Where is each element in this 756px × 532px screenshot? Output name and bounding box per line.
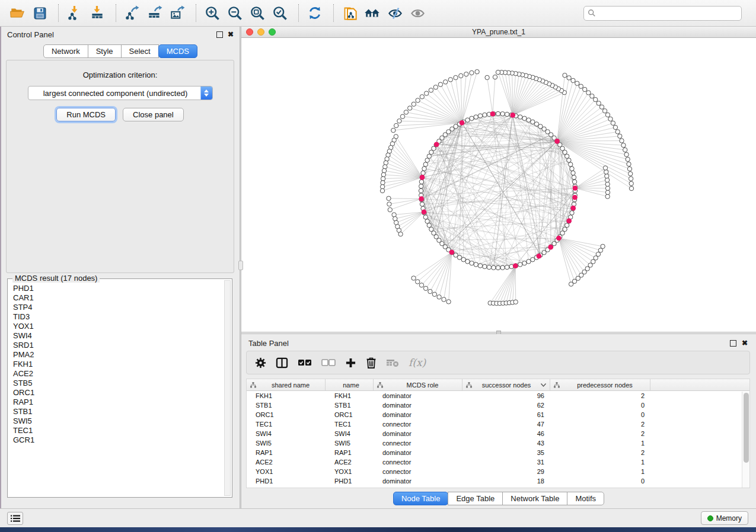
table-scrollbar[interactable] (742, 392, 749, 488)
mcds-result-item[interactable]: ACE2 (13, 369, 224, 379)
table-cell[interactable]: 46 (462, 430, 550, 437)
table-cell[interactable]: 2 (550, 430, 650, 437)
table-cell[interactable]: dominator (374, 411, 462, 418)
tab-mcds[interactable]: MCDS (158, 44, 197, 58)
network-canvas[interactable] (241, 38, 756, 332)
table-cell[interactable]: 96 (462, 392, 550, 399)
import-network-button[interactable] (65, 3, 85, 23)
mcds-result-item[interactable]: SWI5 (13, 416, 224, 426)
table-row[interactable]: TEC1TEC1connector472 (247, 419, 749, 429)
export-table-button[interactable] (145, 3, 165, 23)
mcds-result-scrollbar[interactable] (224, 280, 231, 496)
toggle-columns-button[interactable] (276, 357, 288, 368)
network-overview-button[interactable] (362, 3, 382, 23)
table-cell[interactable]: SWI5 (326, 440, 374, 447)
mcds-result-item[interactable]: PMA2 (13, 350, 224, 360)
table-cell[interactable]: SWI4 (247, 430, 326, 437)
mcds-result-item[interactable]: FKH1 (13, 360, 224, 369)
table-cell[interactable]: TEC1 (326, 421, 374, 428)
table-row[interactable]: ACE2ACE2connector311 (247, 457, 749, 467)
optimization-criterion-dropdown[interactable]: largest connected component (undirected) (28, 86, 213, 100)
add-column-button[interactable] (345, 357, 356, 368)
table-cell[interactable]: 2 (550, 392, 650, 399)
table-cell[interactable]: STB1 (247, 402, 326, 409)
table-cell[interactable]: 62 (462, 402, 550, 409)
table-cell[interactable]: FKH1 (247, 392, 326, 399)
column-header-predecessor-nodes[interactable]: predecessor nodes (550, 379, 650, 390)
float-panel-icon[interactable] (216, 31, 223, 38)
settings-gear-button[interactable] (255, 357, 266, 368)
table-cell[interactable]: 47 (462, 421, 550, 428)
table-cell[interactable]: connector (374, 459, 462, 466)
table-cell[interactable]: 0 (550, 411, 650, 418)
search-input[interactable] (596, 9, 738, 17)
table-cell[interactable]: dominator (374, 449, 462, 456)
table-cell[interactable]: 1 (550, 468, 650, 475)
table-cell[interactable]: 35 (462, 449, 550, 456)
tab-node-table[interactable]: Node Table (393, 492, 449, 505)
close-panel-icon[interactable]: ✖ (228, 31, 234, 38)
zoom-in-button[interactable] (202, 3, 222, 23)
hide-visual-mapping-button[interactable] (385, 3, 405, 23)
task-history-button[interactable] (7, 512, 23, 525)
delete-column-button[interactable] (366, 357, 377, 368)
table-cell[interactable]: PHD1 (247, 477, 326, 485)
column-header-name[interactable]: name (326, 379, 374, 390)
tab-network-table[interactable]: Network Table (502, 492, 567, 505)
tab-style[interactable]: Style (88, 44, 122, 58)
export-image-button[interactable] (167, 3, 187, 23)
table-cell[interactable]: 1 (550, 459, 650, 466)
mcds-result-item[interactable]: TEC1 (13, 426, 224, 435)
table-cell[interactable]: 1 (550, 440, 650, 447)
table-cell[interactable]: PHD1 (326, 477, 374, 485)
select-all-button[interactable] (298, 358, 312, 367)
table-cell[interactable]: connector (374, 421, 462, 428)
run-mcds-button[interactable]: Run MCDS (56, 108, 116, 121)
search-field[interactable] (583, 6, 742, 21)
zoom-fit-button[interactable] (247, 3, 267, 23)
table-row[interactable]: FKH1FKH1dominator962 (247, 391, 749, 400)
float-panel-icon[interactable] (730, 340, 736, 347)
mcds-result-item[interactable]: STP4 (13, 303, 224, 312)
deselect-all-button[interactable] (321, 358, 336, 367)
tab-network[interactable]: Network (43, 44, 88, 58)
table-cell[interactable]: 0 (550, 477, 650, 485)
tab-edge-table[interactable]: Edge Table (448, 492, 503, 505)
table-cell[interactable]: 61 (462, 411, 550, 418)
table-row[interactable]: YOX1YOX1connector291 (247, 467, 749, 476)
table-cell[interactable]: ORC1 (247, 411, 326, 418)
table-cell[interactable]: YOX1 (247, 468, 326, 475)
export-network-document-button[interactable] (340, 3, 360, 23)
table-cell[interactable]: dominator (374, 477, 462, 485)
mcds-result-item[interactable]: SWI4 (13, 331, 224, 341)
zoom-selected-button[interactable] (270, 3, 290, 23)
table-cell[interactable]: 18 (462, 477, 550, 485)
table-cell[interactable]: SWI4 (326, 430, 374, 437)
table-cell[interactable]: dominator (374, 392, 462, 399)
column-header-mcds-role[interactable]: MCDS role (374, 379, 462, 390)
open-file-button[interactable] (7, 3, 27, 23)
show-eye-button[interactable] (407, 3, 428, 23)
table-cell[interactable]: dominator (374, 430, 462, 437)
table-cell[interactable]: YOX1 (326, 468, 374, 475)
refresh-view-button[interactable] (305, 3, 325, 23)
table-cell[interactable]: ORC1 (326, 411, 374, 418)
export-network-button[interactable] (122, 3, 142, 23)
import-table-button[interactable] (87, 3, 107, 23)
table-row[interactable]: PHD1PHD1dominator180 (247, 476, 749, 486)
table-cell[interactable]: 2 (550, 449, 650, 456)
table-row[interactable]: RAP1RAP1dominator352 (247, 448, 749, 457)
table-cell[interactable]: ACE2 (326, 459, 374, 466)
tab-select[interactable]: Select (121, 44, 159, 58)
table-cell[interactable]: connector (374, 440, 462, 447)
zoom-out-button[interactable] (225, 3, 245, 23)
table-cell[interactable]: RAP1 (326, 449, 374, 456)
table-cell[interactable]: 31 (462, 459, 550, 466)
table-cell[interactable]: 0 (550, 402, 650, 409)
splitter-handle[interactable] (238, 261, 243, 270)
mcds-result-item[interactable]: PHD1 (13, 284, 224, 293)
table-cell[interactable]: ACE2 (247, 459, 326, 466)
mcds-result-item[interactable]: CAR1 (13, 293, 224, 303)
table-row[interactable]: SWI4SWI4dominator462 (247, 429, 749, 438)
table-cell[interactable]: 43 (462, 440, 550, 447)
